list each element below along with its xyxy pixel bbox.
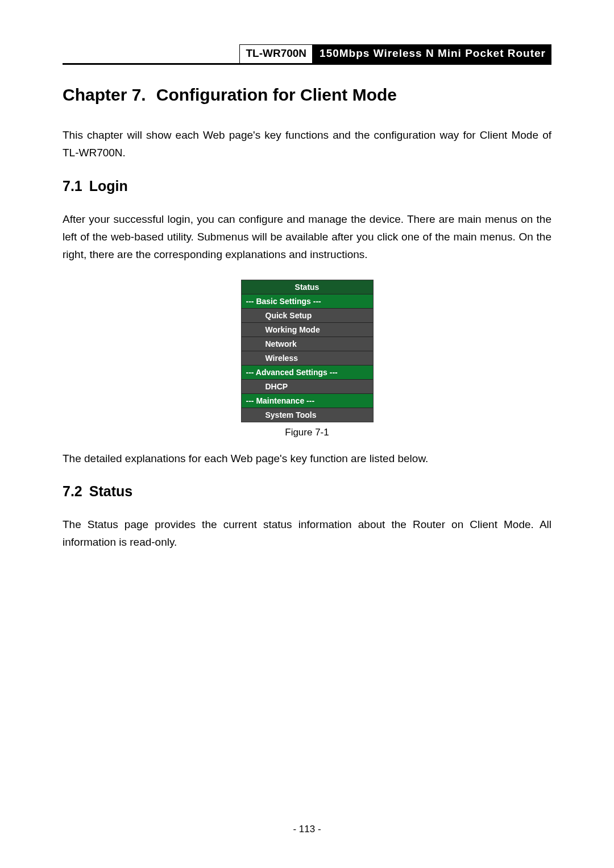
menu-item-network: Network: [242, 337, 373, 351]
menu-item-wireless: Wireless: [242, 351, 373, 366]
menu-section-basic: --- Basic Settings ---: [242, 294, 373, 309]
figure-caption: Figure 7-1: [285, 427, 329, 438]
chapter-number: Chapter 7.: [63, 85, 146, 104]
header-product: 150Mbps Wireless N Mini Pocket Router: [313, 44, 551, 63]
sidebar-menu-screenshot: Status --- Basic Settings --- Quick Setu…: [241, 280, 374, 422]
header-model: TL-WR700N: [239, 44, 313, 63]
section-login-title: Login: [89, 178, 128, 194]
page-number: - 113 -: [0, 824, 614, 835]
menu-item-system-tools: System Tools: [242, 408, 373, 422]
menu-section-advanced: --- Advanced Settings ---: [242, 366, 373, 380]
status-paragraph: The Status page provides the current sta…: [63, 516, 551, 551]
menu-item-working-mode: Working Mode: [242, 323, 373, 337]
menu-item-status: Status: [242, 280, 373, 294]
section-status-number: 7.2: [63, 483, 82, 499]
menu-item-dhcp: DHCP: [242, 380, 373, 394]
chapter-title-text: Configuration for Client Mode: [156, 85, 397, 104]
menu-section-maintenance: --- Maintenance ---: [242, 394, 373, 408]
menu-figure: Status --- Basic Settings --- Quick Setu…: [63, 280, 551, 438]
section-status-heading: 7.2Status: [63, 483, 551, 500]
intro-paragraph: This chapter will show each Web page's k…: [63, 126, 551, 162]
chapter-title: Chapter 7.Configuration for Client Mode: [63, 85, 551, 105]
section-login-heading: 7.1Login: [63, 178, 551, 194]
login-paragraph: After your successful login, you can con…: [63, 210, 551, 264]
section-login-number: 7.1: [63, 178, 82, 194]
page-header: TL-WR700N 150Mbps Wireless N Mini Pocket…: [63, 44, 551, 65]
menu-item-quick-setup: Quick Setup: [242, 309, 373, 323]
section-status-title: Status: [89, 483, 132, 499]
after-figure-paragraph: The detailed explanations for each Web p…: [63, 450, 551, 467]
